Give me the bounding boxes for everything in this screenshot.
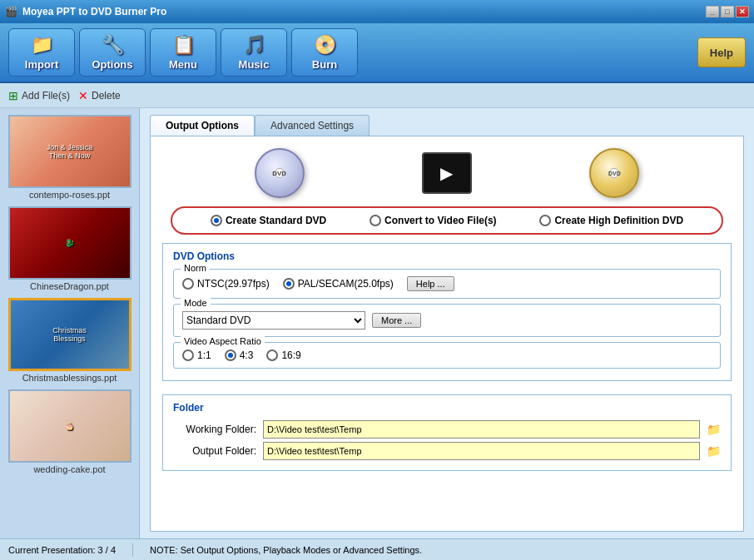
radio-4x3-label: 4:3 xyxy=(240,349,254,361)
close-button[interactable]: ✕ xyxy=(736,6,749,17)
radio-ntsc[interactable]: NTSC(29.97fps) xyxy=(182,278,270,290)
radio-4x3[interactable]: 4:3 xyxy=(225,349,254,361)
status-divider xyxy=(132,543,133,557)
radio-16x9-indicator xyxy=(266,349,278,361)
output-folder-browse-icon[interactable]: 📁 xyxy=(707,444,721,458)
norm-legend: Norm xyxy=(181,263,210,273)
radio-1x1[interactable]: 1:1 xyxy=(182,349,211,361)
aspect-ratio-fieldset: Video Aspect Ratio 1:1 4:3 16:9 xyxy=(173,342,721,369)
play-icon: ▶ xyxy=(440,163,453,183)
hd-dvd-disc: DVD xyxy=(589,148,639,198)
music-label: Music xyxy=(239,58,270,71)
video-file-icon-item: ▶ xyxy=(422,152,472,194)
radio-4x3-indicator xyxy=(225,349,236,361)
menu-label: Menu xyxy=(169,58,197,71)
working-folder-value: D:\Video test\test\Temp xyxy=(267,424,362,434)
app-icon: 🎬 xyxy=(5,6,17,17)
sidebar-item-roses[interactable]: Jon & JessicaThen & Now contempo-roses.p… xyxy=(7,115,132,200)
filename-roses: contempo-roses.ppt xyxy=(29,190,110,200)
output-folder-label: Output Folder: xyxy=(173,445,256,457)
output-folder-row: Output Folder: D:\Video test\test\Temp 📁 xyxy=(173,442,721,460)
radio-hd-dvd-label: Create High Definition DVD xyxy=(554,215,683,226)
radio-pal-label: PAL/SECAM(25.0fps) xyxy=(298,278,394,290)
folder-section: Folder Working Folder: D:\Video test\tes… xyxy=(162,394,732,471)
tab-output-options[interactable]: Output Options xyxy=(150,115,255,136)
aspect-ratio-legend: Video Aspect Ratio xyxy=(181,336,265,346)
app-title: Moyea PPT to DVD Burner Pro xyxy=(22,6,166,17)
mode-more-button[interactable]: More ... xyxy=(372,313,421,328)
current-presentation: Current Presentation: 3 / 4 xyxy=(8,545,116,555)
video-file-icon: ▶ xyxy=(422,152,472,194)
import-label: Import xyxy=(25,58,58,71)
title-bar-controls: _ □ ✕ xyxy=(706,6,749,17)
tab-bar: Output Options Advanced Settings xyxy=(150,115,744,136)
burn-label: Burn xyxy=(312,58,337,71)
aspect-ratio-radio-group: 1:1 4:3 16:9 xyxy=(182,349,712,361)
output-options-panel: DVD ▶ DVD xyxy=(150,136,744,532)
working-folder-browse-icon[interactable]: 📁 xyxy=(707,423,721,436)
dvd-options-section: DVD Options Norm NTSC(29.97fps) PAL/SECA… xyxy=(162,243,732,381)
filename-wedding: wedding-cake.pot xyxy=(33,464,105,474)
thumbnail-roses: Jon & JessicaThen & Now xyxy=(8,115,131,188)
output-folder-input[interactable]: D:\Video test\test\Temp xyxy=(263,442,700,460)
filename-dragon: ChineseDragon.ppt xyxy=(30,281,109,291)
burn-button[interactable]: 📀 Burn xyxy=(291,28,358,77)
mode-dropdown[interactable]: Standard DVD HD DVD Blu-ray xyxy=(182,311,365,330)
toolbar: 📁 Import 🔧 Options 📋 Menu 🎵 Music 📀 Burn… xyxy=(0,23,754,83)
thumbnail-christmas: ChristmasBlessings xyxy=(8,298,131,371)
folder-title: Folder xyxy=(173,402,721,414)
delete-label: Delete xyxy=(92,90,121,102)
options-button[interactable]: 🔧 Options xyxy=(79,28,146,77)
options-icon: 🔧 xyxy=(102,34,124,56)
add-files-label: Add File(s) xyxy=(22,90,70,102)
music-icon: 🎵 xyxy=(243,34,265,56)
sidebar-item-wedding[interactable]: 🎂 wedding-cake.pot xyxy=(7,389,132,474)
radio-pal-indicator xyxy=(283,278,295,290)
standard-dvd-icon-item: DVD xyxy=(255,148,305,198)
radio-16x9[interactable]: 16:9 xyxy=(266,349,300,361)
add-icon: ⊞ xyxy=(8,89,18,102)
working-folder-input[interactable]: D:\Video test\test\Temp xyxy=(263,420,700,439)
add-files-button[interactable]: ⊞ Add File(s) xyxy=(8,89,70,102)
import-icon: 📁 xyxy=(31,34,53,56)
radio-standard-dvd-label: Create Standard DVD xyxy=(226,215,326,226)
radio-16x9-label: 16:9 xyxy=(281,349,300,361)
working-folder-label: Working Folder: xyxy=(173,424,256,435)
music-button[interactable]: 🎵 Music xyxy=(221,28,287,77)
output-type-radio-group: Create Standard DVD Convert to Video Fil… xyxy=(171,206,723,235)
radio-standard-dvd[interactable]: Create Standard DVD xyxy=(211,215,326,226)
status-note: NOTE: Set Output Options, Playback Modes… xyxy=(150,545,422,555)
radio-video-files[interactable]: Convert to Video File(s) xyxy=(370,215,496,226)
radio-hd-dvd-indicator xyxy=(539,215,551,226)
tab-advanced-settings[interactable]: Advanced Settings xyxy=(255,115,370,136)
norm-fieldset: Norm NTSC(29.97fps) PAL/SECAM(25.0fps) H… xyxy=(173,269,721,299)
radio-video-files-label: Convert to Video File(s) xyxy=(384,215,496,226)
radio-pal[interactable]: PAL/SECAM(25.0fps) xyxy=(283,278,394,290)
radio-ntsc-indicator xyxy=(182,278,194,290)
radio-standard-dvd-indicator xyxy=(211,215,222,226)
delete-button[interactable]: ✕ Delete xyxy=(78,89,121,102)
sidebar-item-dragon[interactable]: 🐉 ChineseDragon.ppt xyxy=(7,206,132,291)
radio-hd-dvd[interactable]: Create High Definition DVD xyxy=(539,215,683,226)
help-button[interactable]: Help xyxy=(697,37,746,67)
menu-button[interactable]: 📋 Menu xyxy=(150,28,216,77)
main-layout: Jon & JessicaThen & Now contempo-roses.p… xyxy=(0,108,754,538)
sidebar: Jon & JessicaThen & Now contempo-roses.p… xyxy=(0,108,140,538)
dvd-icons-row: DVD ▶ DVD xyxy=(162,148,732,198)
working-folder-row: Working Folder: D:\Video test\test\Temp … xyxy=(173,420,721,439)
status-bar: Current Presentation: 3 / 4 NOTE: Set Ou… xyxy=(0,538,754,560)
sidebar-item-christmas[interactable]: ChristmasBlessings Christmasblessings.pp… xyxy=(7,298,132,383)
standard-dvd-disc: DVD xyxy=(255,148,305,198)
minimize-button[interactable]: _ xyxy=(706,6,719,17)
content-area: Output Options Advanced Settings DVD ▶ xyxy=(140,108,754,538)
menu-icon: 📋 xyxy=(172,34,195,56)
norm-radio-group: NTSC(29.97fps) PAL/SECAM(25.0fps) Help .… xyxy=(182,276,712,291)
maximize-button[interactable]: □ xyxy=(721,6,734,17)
hd-dvd-icon-item: DVD xyxy=(589,148,639,198)
import-button[interactable]: 📁 Import xyxy=(8,28,75,77)
title-bar: 🎬 Moyea PPT to DVD Burner Pro _ □ ✕ xyxy=(0,0,754,23)
radio-1x1-label: 1:1 xyxy=(197,349,211,361)
filename-christmas: Christmasblessings.ppt xyxy=(22,373,117,383)
title-bar-left: 🎬 Moyea PPT to DVD Burner Pro xyxy=(5,6,166,17)
norm-help-button[interactable]: Help ... xyxy=(407,276,454,291)
